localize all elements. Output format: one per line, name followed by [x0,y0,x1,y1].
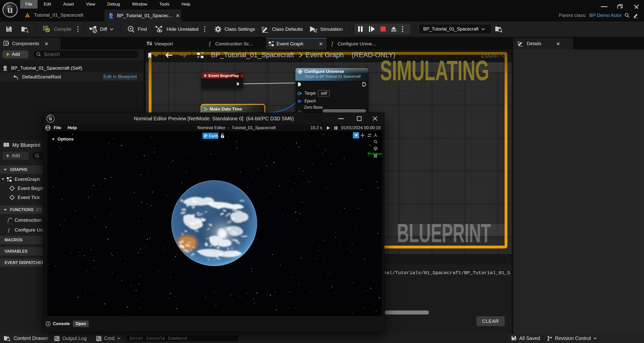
svg-text:u: u [7,4,13,15]
svg-text:f: f [8,227,10,233]
svg-text:f: f [331,41,334,47]
svg-text:f: f [209,41,211,47]
